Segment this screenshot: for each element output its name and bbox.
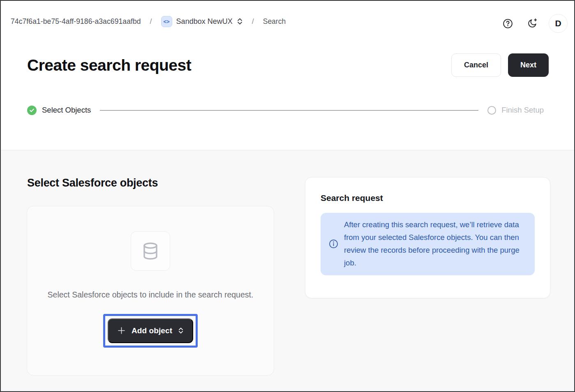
step-complete-check-icon — [27, 106, 37, 115]
info-icon — [328, 239, 339, 249]
step-select-objects[interactable]: Select Objects — [27, 106, 91, 115]
page-title: Create search request — [27, 56, 191, 74]
app-window: 74c7f6a1-be75-4aff-9186-a3ac691aafbd / <… — [0, 0, 575, 392]
breadcrumb-separator: / — [249, 17, 256, 26]
database-icon-box — [131, 231, 170, 271]
breadcrumb: 74c7f6a1-be75-4aff-9186-a3ac691aafbd / <… — [11, 13, 286, 30]
empty-state-description: Select Salesforce objects to include in … — [44, 288, 257, 301]
environment-selector[interactable]: <> Sandbox NewUX — [161, 16, 243, 27]
select-objects-card: Select Salesforce objects to include in … — [27, 206, 274, 376]
step-label: Finish Setup — [501, 106, 544, 115]
cancel-button[interactable]: Cancel — [451, 53, 501, 77]
next-button[interactable]: Next — [508, 53, 549, 77]
breadcrumb-separator: / — [148, 17, 155, 26]
chevron-updown-icon — [178, 327, 184, 334]
dark-mode-toggle[interactable] — [524, 15, 540, 32]
stepper-connector — [100, 110, 478, 111]
help-button[interactable] — [499, 15, 516, 32]
main-content: Select Salesforce objects Select Salesfo… — [1, 150, 574, 391]
night-mode-icon — [527, 18, 538, 29]
code-badge-icon: <> — [161, 16, 172, 27]
step-finish-setup: Finish Setup — [487, 106, 544, 115]
info-alert-text: After creating this search request, we’l… — [344, 219, 526, 270]
highlight-annotation-box: Add object — [103, 314, 198, 348]
avatar[interactable]: D — [549, 14, 568, 33]
step-label: Select Objects — [42, 106, 91, 115]
info-alert: After creating this search request, we’l… — [321, 213, 535, 275]
wizard-stepper: Select Objects Finish Setup — [27, 104, 544, 116]
environment-name: Sandbox NewUX — [176, 17, 233, 26]
search-request-panel: Search request After creating this searc… — [305, 177, 550, 298]
panel-title: Search request — [321, 193, 535, 203]
add-object-button[interactable]: Add object — [108, 318, 193, 343]
breadcrumb-current-page: Search — [263, 17, 286, 26]
chevron-updown-icon — [237, 17, 243, 25]
plus-icon — [117, 326, 126, 335]
section-title: Select Salesforce objects — [27, 177, 158, 189]
database-icon — [141, 241, 160, 261]
add-object-label: Add object — [132, 326, 172, 335]
help-icon — [502, 18, 513, 29]
step-pending-circle-icon — [487, 106, 496, 115]
breadcrumb-org-id[interactable]: 74c7f6a1-be75-4aff-9186-a3ac691aafbd — [11, 17, 141, 26]
header-actions: Cancel Next — [451, 53, 549, 77]
top-bar-actions: D — [499, 13, 568, 33]
top-bar: 74c7f6a1-be75-4aff-9186-a3ac691aafbd / <… — [1, 1, 574, 42]
page-header: Create search request Cancel Next — [27, 53, 549, 77]
